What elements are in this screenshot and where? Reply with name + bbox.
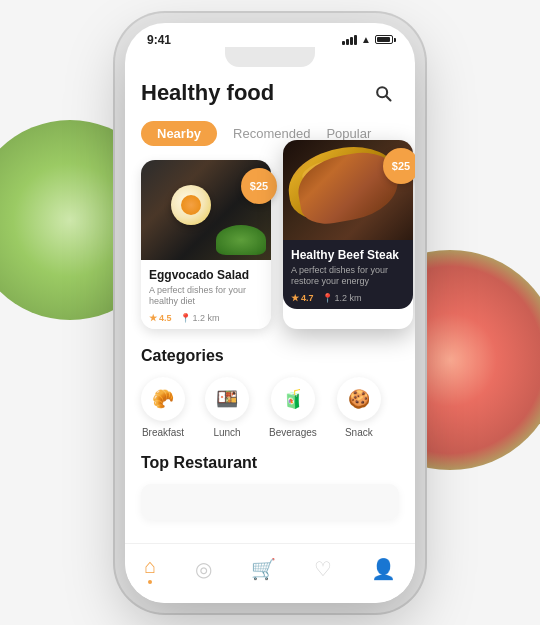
- home-icon: ⌂: [144, 555, 156, 578]
- nav-location[interactable]: ◎: [183, 553, 224, 585]
- category-beverages[interactable]: 🧃 Beverages: [269, 377, 317, 438]
- card-meta-steak: ★ 4.7 📍 1.2 km: [291, 293, 405, 303]
- top-restaurant-section: Top Restaurant: [141, 454, 399, 520]
- svg-line-1: [386, 96, 390, 100]
- location-icon: ◎: [195, 557, 212, 581]
- card-desc-salad: A perfect dishes for your healthy diet: [149, 285, 263, 308]
- phone-frame: 9:41 ▲ Healthy food: [125, 23, 415, 603]
- categories-list: 🥐 Breakfast 🍱 Lunch 🧃 Beverages: [141, 377, 399, 438]
- card-distance-steak: 📍 1.2 km: [322, 293, 362, 303]
- beverages-icon: 🧃: [271, 377, 315, 421]
- category-label-snack: Snack: [345, 427, 373, 438]
- heart-icon: ♡: [314, 557, 332, 581]
- status-icons: ▲: [342, 34, 393, 45]
- food-card-steak[interactable]: Healthy Beef Steak A perfect dishes for …: [283, 140, 413, 329]
- tab-nearby[interactable]: Nearby: [141, 121, 217, 146]
- page-title: Healthy food: [141, 80, 274, 106]
- category-snack[interactable]: 🍪 Snack: [337, 377, 381, 438]
- food-card-salad[interactable]: Eggvocado Salad A perfect dishes for you…: [141, 160, 271, 329]
- nav-active-indicator: [148, 580, 152, 584]
- battery-icon: [375, 35, 393, 44]
- card-name-salad: Eggvocado Salad: [149, 268, 263, 282]
- card-rating-steak: ★ 4.7: [291, 293, 314, 303]
- snack-icon: 🍪: [337, 377, 381, 421]
- categories-section: Categories 🥐 Breakfast 🍱 Lunch �: [141, 347, 399, 438]
- profile-icon: 👤: [371, 557, 396, 581]
- app-header: Healthy food: [141, 77, 399, 109]
- nav-home[interactable]: ⌂: [132, 551, 168, 588]
- tab-popular[interactable]: Popular: [326, 126, 371, 141]
- star-icon: ★: [291, 293, 299, 303]
- search-button[interactable]: [367, 77, 399, 109]
- breakfast-icon: 🥐: [141, 377, 185, 421]
- nav-favorites[interactable]: ♡: [302, 553, 344, 585]
- category-label-lunch: Lunch: [213, 427, 240, 438]
- card-meta-salad: ★ 4.5 📍 1.2 km: [149, 313, 263, 323]
- price-badge-steak: $25: [383, 148, 415, 184]
- tab-recommended[interactable]: Recomended: [233, 126, 310, 141]
- location-pin-icon: 📍: [180, 313, 191, 323]
- app-content: Healthy food Nearby Recomended Popular: [125, 67, 415, 547]
- search-icon: [373, 83, 393, 103]
- status-time: 9:41: [147, 33, 171, 47]
- card-distance-salad: 📍 1.2 km: [180, 313, 220, 323]
- food-cards-container: Eggvocado Salad A perfect dishes for you…: [141, 160, 399, 329]
- restaurant-bar: [141, 484, 399, 520]
- egg-decoration: [171, 185, 211, 225]
- wifi-icon: ▲: [361, 34, 371, 45]
- card-body-salad: Eggvocado Salad A perfect dishes for you…: [141, 260, 271, 329]
- card-rating-salad: ★ 4.5: [149, 313, 172, 323]
- category-breakfast[interactable]: 🥐 Breakfast: [141, 377, 185, 438]
- category-label-breakfast: Breakfast: [142, 427, 184, 438]
- nav-profile[interactable]: 👤: [359, 553, 408, 585]
- phone-notch: [225, 47, 315, 67]
- star-icon: ★: [149, 313, 157, 323]
- card-desc-steak: A perfect dishes for your restore your e…: [291, 265, 405, 288]
- location-pin-icon: 📍: [322, 293, 333, 303]
- card-name-steak: Healthy Beef Steak: [291, 248, 405, 262]
- top-restaurant-title: Top Restaurant: [141, 454, 399, 472]
- cart-icon: 🛒: [251, 557, 276, 581]
- greens-decoration: [216, 225, 266, 255]
- categories-title: Categories: [141, 347, 399, 365]
- signal-icon: [342, 35, 357, 45]
- card-body-steak: Healthy Beef Steak A perfect dishes for …: [283, 240, 413, 309]
- category-label-beverages: Beverages: [269, 427, 317, 438]
- category-lunch[interactable]: 🍱 Lunch: [205, 377, 249, 438]
- price-badge-salad: $25: [241, 168, 277, 204]
- nav-cart[interactable]: 🛒: [239, 553, 288, 585]
- bottom-navigation: ⌂ ◎ 🛒 ♡ 👤: [125, 543, 415, 603]
- lunch-icon: 🍱: [205, 377, 249, 421]
